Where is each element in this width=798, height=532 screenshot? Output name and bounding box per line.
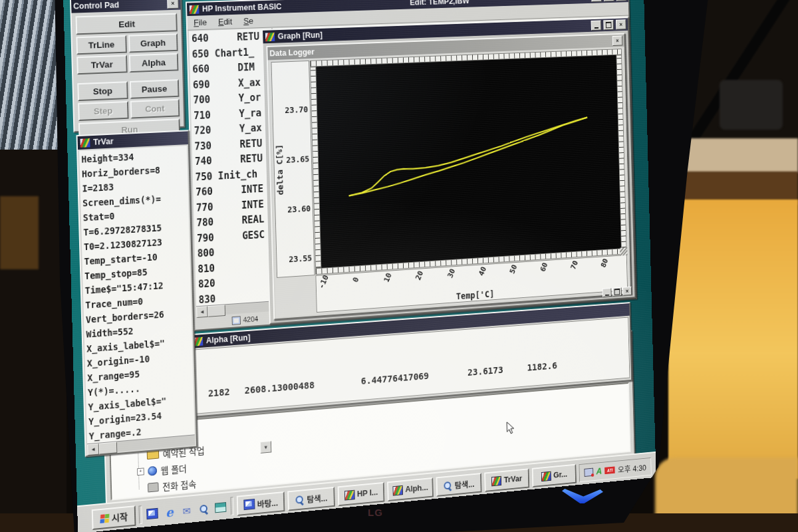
search-icon: [295, 494, 305, 505]
close-button[interactable]: ×: [612, 36, 623, 46]
alpha-value: 2182: [208, 386, 230, 398]
alpha-button[interactable]: Alpha: [128, 53, 178, 72]
alpha-value: 2608.13000488: [245, 380, 315, 396]
stop-button[interactable]: Stop: [77, 81, 128, 101]
x-tick-label: 20: [414, 269, 426, 281]
wood-pole: [0, 196, 39, 269]
plot-frame: [310, 49, 627, 275]
close-button[interactable]: ×: [167, 0, 179, 9]
tree-expand-icon[interactable]: +: [137, 467, 144, 475]
ati-a-icon[interactable]: A: [596, 466, 602, 475]
graph-window[interactable]: Graph [Run] × Data Logger × delta C[%]: [261, 17, 636, 324]
quick-launch-mail[interactable]: ✉: [180, 503, 194, 519]
task-button-label: 탐색...: [307, 491, 327, 505]
ati-icon[interactable]: ATI: [604, 466, 615, 474]
close-button[interactable]: ×: [616, 19, 626, 29]
task-button-alpha[interactable]: Alph...: [387, 477, 434, 501]
taskbar-separator: [230, 497, 233, 515]
hp-basic-icon: [80, 138, 91, 148]
maximize-button[interactable]: [604, 0, 614, 1]
trvar-title: TrVar: [93, 137, 114, 147]
channels-icon: [215, 502, 226, 513]
task-button-graph[interactable]: Gr...: [532, 464, 577, 487]
trline-button[interactable]: TrLine: [76, 35, 126, 55]
trvar-button[interactable]: TrVar: [76, 55, 127, 75]
task-button-hp-basic[interactable]: HP I...: [338, 481, 385, 505]
x-tick-label: 70: [569, 259, 580, 271]
restore-maximize-button[interactable]: [612, 287, 622, 297]
quick-launch-search[interactable]: [196, 501, 210, 517]
task-button-label: 바탕...: [257, 495, 279, 509]
x-tick-label: 80: [599, 257, 610, 269]
globe-icon: [148, 466, 157, 475]
restore-minimize-button[interactable]: [602, 288, 612, 297]
quick-launch-channels[interactable]: [213, 499, 227, 515]
edit-button[interactable]: Edit: [76, 13, 178, 35]
task-button-label: TrVar: [504, 474, 523, 485]
windows-logo-icon: [100, 513, 110, 523]
task-button-desktop[interactable]: 바탕...: [237, 491, 285, 515]
y-axis-label: delta C[%]: [275, 144, 285, 196]
plot-canvas: [316, 55, 621, 268]
y-axis-panel: delta C[%] 23.7023.6523.6023.55: [271, 61, 315, 278]
clock: 오후 4:30: [618, 461, 646, 475]
pause-button[interactable]: Pause: [129, 79, 179, 99]
trace-plot: [316, 55, 621, 268]
yellow-wall: [668, 200, 798, 479]
cont-button[interactable]: Cont: [130, 99, 180, 119]
scroll-thumb[interactable]: [99, 442, 118, 454]
desktop: 예약된 작업 + 웹 폴더 전화 접속 ▼: [63, 0, 656, 532]
start-button[interactable]: 시작: [92, 505, 136, 530]
y-tick-label: 23.70: [285, 104, 308, 114]
minimize-button[interactable]: [591, 0, 602, 2]
hp-basic-icon: [541, 471, 551, 481]
y-tick-label: 23.55: [289, 253, 312, 264]
x-tick-label: -10: [317, 274, 331, 291]
task-button-label: HP I...: [357, 487, 378, 498]
x-tick-label: 0: [351, 276, 360, 284]
start-label: 시작: [112, 509, 128, 524]
scroll-thumb[interactable]: [207, 305, 225, 317]
tree-scroll-down-button[interactable]: ▼: [260, 441, 271, 454]
graph-button[interactable]: Graph: [128, 33, 178, 53]
variable-list[interactable]: Height=334Horiz_borders=8I=2183Screen_di…: [79, 146, 195, 444]
task-button-explorer-2[interactable]: 탐색...: [436, 473, 482, 497]
task-button-explorer-1[interactable]: 탐색...: [287, 486, 335, 511]
display-icon[interactable]: [584, 467, 593, 476]
quick-launch-show-desktop[interactable]: [145, 506, 160, 522]
monitor-brand-logo: LG: [368, 507, 383, 518]
control-pad-window[interactable]: Control Pad × Edit TrLine Graph TrVar Al…: [70, 0, 185, 132]
graph-title: Graph [Run]: [277, 31, 323, 41]
minimize-button[interactable]: [591, 20, 602, 30]
trvar-window[interactable]: TrVar Height=334Horiz_borders=8I=2183Scr…: [76, 130, 198, 457]
menu-search[interactable]: Se: [243, 16, 253, 26]
quick-launch-ie[interactable]: e: [162, 504, 177, 520]
hp-basic-icon: [265, 32, 275, 42]
alpha-title: Alpha [Run]: [206, 333, 251, 346]
scroll-left-button[interactable]: ◄: [196, 306, 207, 318]
data-logger-window[interactable]: Data Logger × delta C[%] 23.7023.6523.60…: [266, 33, 632, 321]
x-tick-label: 60: [539, 261, 549, 273]
hp-basic-icon: [392, 485, 403, 495]
hp-basic-icon: [189, 4, 200, 14]
task-button-trvar[interactable]: TrVar: [484, 468, 529, 492]
task-button-label: Alph...: [405, 483, 428, 494]
resize-grip[interactable]: [620, 247, 627, 256]
menu-file[interactable]: File: [194, 17, 207, 27]
y-tick-labels: 23.7023.6523.6023.55: [271, 61, 309, 63]
restore-close-button[interactable]: ×: [622, 287, 632, 296]
close-button[interactable]: ×: [616, 0, 627, 1]
control-pad-title: Control Pad: [73, 1, 119, 11]
photo-stage: LG 예약된 작업 + 웹 폴더: [0, 0, 798, 532]
task-button-label: 탐색...: [455, 477, 475, 491]
minimized-child-controls: ×: [602, 287, 632, 297]
hp-basic-icon: [491, 475, 501, 486]
hp-basic-title: HP Instrument BASIC: [202, 2, 282, 13]
step-button[interactable]: Step: [78, 101, 128, 121]
tree-item-label: 웹 폴더: [160, 461, 187, 476]
maximize-button[interactable]: [603, 20, 614, 30]
mail-icon: ✉: [182, 505, 190, 516]
menu-edit[interactable]: Edit: [218, 17, 232, 27]
scroll-left-button[interactable]: ◄: [87, 444, 99, 456]
alpha-value: 1182.6: [527, 360, 557, 373]
